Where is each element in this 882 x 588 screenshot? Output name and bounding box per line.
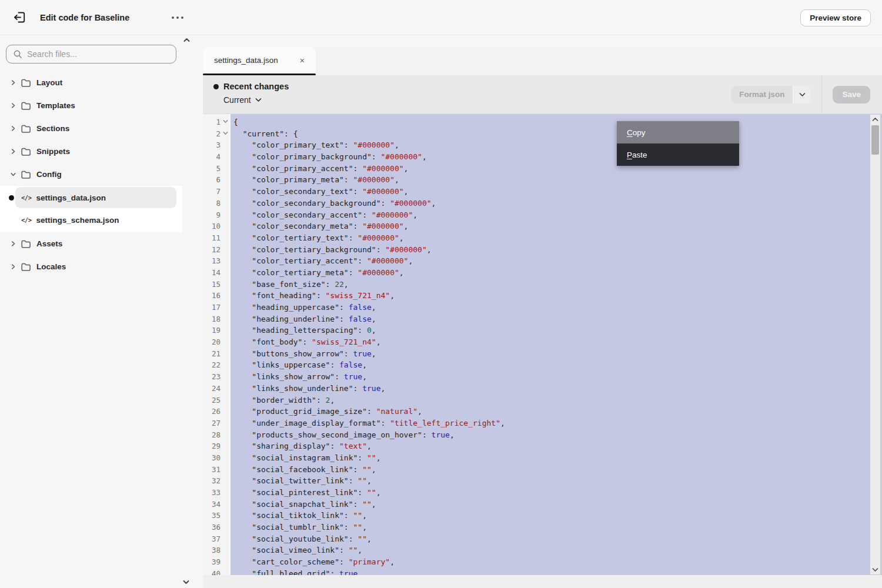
line-number: 28 — [203, 429, 229, 441]
fold-toggle-icon[interactable] — [222, 130, 229, 136]
search-files-box[interactable] — [6, 45, 176, 64]
line-number: 24 — [203, 383, 229, 395]
format-json-button[interactable]: Format json — [731, 86, 793, 103]
line-number: 26 — [203, 406, 229, 417]
folder-icon — [21, 169, 31, 180]
code-line: "links_show_arrow": true, — [233, 371, 882, 383]
code-line: "social_youtube_link": "", — [233, 533, 882, 545]
code-line: "color_primary_background": "#000000", — [233, 151, 882, 163]
recent-changes-status: Recent changes — [213, 82, 289, 91]
sidebar-file-settings_schema-json[interactable]: </>settings_schema.json — [0, 209, 182, 231]
line-number: 40 — [203, 568, 229, 575]
sidebar-scroll-up-arrow[interactable] — [182, 36, 191, 44]
line-number: 1 — [203, 116, 229, 128]
code-line: "under_image_display_format": "title_lef… — [233, 417, 882, 429]
code-content[interactable]: { "current": { "color_primary_text": "#0… — [230, 114, 882, 575]
code-line: "color_secondary_accent": "#000000", — [233, 209, 882, 221]
line-number: 23 — [203, 371, 229, 383]
code-line: "buttons_show_arrow": true, — [233, 348, 882, 360]
line-number: 18 — [203, 313, 229, 325]
exit-editor-button[interactable] — [12, 10, 27, 25]
scrollbar-thumb[interactable] — [871, 125, 879, 155]
dot-icon — [172, 16, 174, 19]
search-input[interactable] — [27, 49, 162, 59]
code-line: "font_body": "swiss_721_n4", — [233, 336, 882, 348]
more-options-button[interactable] — [168, 13, 187, 22]
sidebar-item-locales[interactable]: Locales — [0, 255, 182, 278]
code-file-icon: </> — [21, 216, 31, 223]
code-line: "color_secondary_text": "#000000", — [233, 186, 882, 198]
sidebar-item-layout[interactable]: Layout — [0, 71, 182, 94]
tab-bar: settings_data.json × — [203, 47, 882, 75]
line-number: 4 — [203, 151, 229, 163]
scrollbar-down-arrow[interactable] — [870, 565, 880, 574]
version-dropdown[interactable]: Current — [223, 95, 289, 105]
modified-file-dot — [9, 195, 14, 201]
toolbar-divider — [821, 75, 822, 113]
line-number: 30 — [203, 452, 229, 464]
fold-toggle-icon[interactable] — [222, 118, 229, 125]
status-label: Recent changes — [223, 82, 289, 91]
line-number: 8 — [203, 198, 229, 209]
line-number: 33 — [203, 487, 229, 499]
preview-store-button[interactable]: Preview store — [800, 9, 871, 26]
chevron-right-icon[interactable] — [10, 240, 17, 247]
sidebar-item-snippets[interactable]: Snippets — [0, 140, 182, 163]
code-line: "color_primary_text": "#000000", — [233, 139, 882, 151]
code-line: "color_primary_meta": "#000000", — [233, 174, 882, 186]
line-number: 32 — [203, 475, 229, 487]
code-line: "current": { — [233, 128, 882, 140]
line-number: 15 — [203, 279, 229, 290]
sidebar-scroll-down-arrow[interactable] — [182, 578, 191, 586]
line-number: 10 — [203, 220, 229, 232]
line-number: 37 — [203, 533, 229, 545]
editor-scrollbar[interactable] — [870, 115, 880, 574]
line-number: 12 — [203, 244, 229, 256]
tab-label: settings_data.json — [214, 56, 278, 65]
code-line: "social_tiktok_link": "", — [233, 510, 882, 522]
line-number: 39 — [203, 556, 229, 568]
code-editor[interactable]: 1234567891011121314151617181920212223242… — [203, 113, 882, 575]
line-number: 2 — [203, 128, 229, 140]
format-options-arrow-button[interactable] — [793, 86, 811, 103]
sidebar-item-assets[interactable]: Assets — [0, 232, 182, 255]
context-menu-item-copy[interactable]: Copy — [617, 121, 739, 143]
version-label: Current — [223, 95, 251, 105]
folder-icon — [21, 146, 31, 157]
sidebar-item-templates[interactable]: Templates — [0, 94, 182, 117]
chevron-right-icon[interactable] — [10, 148, 17, 155]
sidebar-item-sections[interactable]: Sections — [0, 117, 182, 140]
sidebar-item-config[interactable]: Config — [0, 163, 182, 186]
code-line: "product_grid_image_size": "natural", — [233, 406, 882, 417]
context-menu-item-paste[interactable]: Paste — [617, 143, 739, 166]
chevron-right-icon[interactable] — [10, 263, 17, 270]
chevron-right-icon[interactable] — [10, 102, 17, 109]
chevron-right-icon[interactable] — [10, 79, 17, 86]
line-number: 6 — [203, 174, 229, 186]
editor-panel: settings_data.json × Recent changes Curr… — [203, 47, 882, 588]
save-button[interactable]: Save — [833, 86, 870, 103]
context-menu: CopyPaste — [617, 121, 739, 166]
code-line: "links_uppercase": false, — [233, 359, 882, 371]
line-number: 14 — [203, 267, 229, 279]
scrollbar-up-arrow[interactable] — [870, 115, 880, 124]
code-line: "social_snapchat_link": "", — [233, 499, 882, 510]
chevron-down-icon[interactable] — [10, 171, 17, 178]
file-sidebar: LayoutTemplatesSectionsSnippetsConfig</>… — [0, 35, 182, 588]
code-line: { — [233, 116, 882, 128]
code-line: "border_width": 2, — [233, 395, 882, 406]
line-number: 38 — [203, 544, 229, 556]
line-number: 29 — [203, 440, 229, 452]
chevron-right-icon[interactable] — [10, 125, 17, 132]
search-icon — [13, 49, 22, 59]
chevron-down-icon — [799, 92, 806, 97]
code-line: "base_font_size": 22, — [233, 279, 882, 290]
sidebar-file-settings_data-json[interactable]: </>settings_data.json — [0, 186, 182, 209]
folder-icon — [21, 101, 31, 111]
exit-icon — [13, 11, 26, 24]
code-line: "social_tumblr_link": "", — [233, 522, 882, 533]
tab-close-icon[interactable]: × — [300, 56, 305, 65]
line-number: 9 — [203, 209, 229, 221]
code-file-icon: </> — [21, 194, 31, 201]
tab-settings-data-json[interactable]: settings_data.json × — [203, 47, 316, 74]
